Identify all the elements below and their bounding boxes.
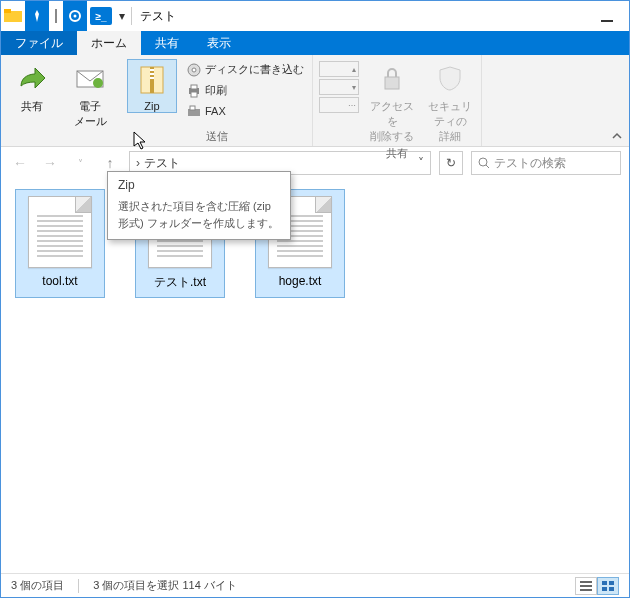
burn-disc-button[interactable]: ディスクに書き込む bbox=[185, 61, 306, 78]
separator bbox=[78, 579, 79, 593]
ribbon-group-share: 共有 電子 メール bbox=[1, 55, 121, 146]
back-button[interactable]: ← bbox=[9, 155, 31, 171]
svg-point-8 bbox=[93, 78, 103, 88]
share-gallery[interactable]: ▴ ▾ ⋯ bbox=[319, 59, 359, 115]
tab-share[interactable]: 共有 bbox=[141, 31, 193, 55]
search-placeholder: テストの検索 bbox=[494, 155, 566, 172]
svg-line-23 bbox=[486, 165, 489, 168]
svg-rect-6 bbox=[601, 20, 613, 22]
text-file-icon bbox=[28, 196, 92, 268]
svg-rect-20 bbox=[190, 106, 195, 110]
svg-point-5 bbox=[74, 15, 77, 18]
ribbon-tabs: ファイル ホーム 共有 表示 bbox=[1, 31, 629, 55]
share-label: 共有 bbox=[21, 99, 43, 114]
search-icon bbox=[478, 157, 490, 169]
remove-access-button[interactable]: アクセスを 削除する bbox=[367, 59, 417, 144]
svg-rect-1 bbox=[4, 9, 11, 13]
email-label: 電子 メール bbox=[74, 99, 107, 129]
svg-rect-11 bbox=[150, 69, 154, 71]
breadcrumb-icon: › bbox=[136, 156, 140, 170]
tab-view[interactable]: 表示 bbox=[193, 31, 245, 55]
svg-rect-13 bbox=[150, 77, 154, 79]
recent-dropdown[interactable]: ˅ bbox=[69, 158, 91, 169]
status-bar: 3 個の項目 3 個の項目を選択 114 バイト bbox=[1, 573, 629, 597]
pin-icon[interactable] bbox=[25, 1, 49, 31]
burn-label: ディスクに書き込む bbox=[205, 62, 304, 77]
share-button[interactable]: 共有 bbox=[7, 59, 57, 114]
minimize-button[interactable] bbox=[585, 1, 629, 31]
qat-split-icon[interactable] bbox=[49, 1, 63, 31]
svg-rect-25 bbox=[580, 585, 592, 587]
security-details-label: セキュリティの 詳細 bbox=[425, 99, 475, 144]
file-grid: tool.txt テスト.txt hoge.txt bbox=[15, 189, 615, 298]
zip-button[interactable]: Zip bbox=[127, 59, 177, 113]
shield-icon bbox=[434, 63, 466, 95]
ribbon-collapse-button[interactable] bbox=[611, 130, 623, 142]
security-details-button[interactable]: セキュリティの 詳細 bbox=[425, 59, 475, 144]
svg-rect-3 bbox=[55, 9, 57, 23]
disc-icon bbox=[187, 63, 201, 77]
file-name: テスト.txt bbox=[154, 274, 206, 291]
details-view-button[interactable] bbox=[575, 577, 597, 595]
file-name: hoge.txt bbox=[279, 274, 322, 288]
ribbon-group-share2: ▴ ▾ ⋯ アクセスを 削除する セキュリティの 詳細 共有 bbox=[313, 55, 482, 146]
window-title: テスト bbox=[140, 8, 176, 25]
printer-icon bbox=[187, 84, 201, 98]
powershell-icon[interactable]: ≥_ bbox=[87, 1, 115, 31]
zip-label: Zip bbox=[144, 100, 159, 112]
icons-view-button[interactable] bbox=[597, 577, 619, 595]
print-label: 印刷 bbox=[205, 83, 227, 98]
svg-rect-24 bbox=[580, 581, 592, 583]
zip-folder-icon bbox=[136, 64, 168, 96]
ribbon-group-send: Zip ディスクに書き込む 印刷 FAX 送信 bbox=[121, 55, 313, 146]
svg-rect-17 bbox=[191, 85, 197, 89]
view-mode-buttons bbox=[575, 577, 619, 595]
svg-rect-28 bbox=[609, 581, 614, 585]
quick-access-toolbar: ≥_ ▾ bbox=[1, 1, 134, 31]
svg-rect-27 bbox=[602, 581, 607, 585]
remove-access-label: アクセスを 削除する bbox=[367, 99, 417, 144]
email-button[interactable]: 電子 メール bbox=[65, 59, 115, 129]
lock-icon bbox=[376, 63, 408, 95]
title-bar: ≥_ ▾ テスト bbox=[1, 1, 629, 31]
up-button[interactable]: ↑ bbox=[99, 155, 121, 171]
envelope-icon bbox=[74, 63, 106, 95]
file-name: tool.txt bbox=[42, 274, 77, 288]
tooltip-body: 選択された項目を含む圧縮 (zip 形式) フォルダーを作成します。 bbox=[118, 198, 280, 231]
search-box[interactable]: テストの検索 bbox=[471, 151, 621, 175]
tab-home[interactable]: ホーム bbox=[77, 31, 141, 55]
file-list-area[interactable]: tool.txt テスト.txt hoge.txt bbox=[1, 179, 629, 573]
file-item[interactable]: tool.txt bbox=[15, 189, 105, 298]
group-send-label: 送信 bbox=[127, 129, 306, 144]
svg-rect-29 bbox=[602, 587, 607, 591]
breadcrumb[interactable]: テスト bbox=[144, 155, 180, 172]
fax-icon bbox=[187, 104, 201, 118]
tooltip-title: Zip bbox=[118, 178, 280, 192]
qat-dropdown-icon[interactable]: ▾ bbox=[115, 1, 129, 31]
svg-rect-12 bbox=[150, 73, 154, 75]
nav-row: ← → ˅ ↑ › テスト ˅ ↻ テストの検索 bbox=[1, 147, 629, 179]
fax-label: FAX bbox=[205, 105, 226, 117]
svg-rect-26 bbox=[580, 589, 592, 591]
forward-button[interactable]: → bbox=[39, 155, 61, 171]
svg-rect-18 bbox=[191, 92, 197, 97]
status-item-count: 3 個の項目 bbox=[11, 578, 64, 593]
tooltip: Zip 選択された項目を含む圧縮 (zip 形式) フォルダーを作成します。 bbox=[107, 171, 291, 240]
svg-rect-30 bbox=[609, 587, 614, 591]
tab-file[interactable]: ファイル bbox=[1, 31, 77, 55]
group-share-label: 共有 bbox=[319, 146, 475, 161]
svg-point-22 bbox=[479, 158, 487, 166]
folder-icon[interactable] bbox=[1, 1, 25, 31]
separator bbox=[131, 7, 132, 25]
fax-button[interactable]: FAX bbox=[185, 103, 306, 119]
svg-point-15 bbox=[192, 68, 196, 72]
gear-icon[interactable] bbox=[63, 1, 87, 31]
print-button[interactable]: 印刷 bbox=[185, 82, 306, 99]
status-selection: 3 個の項目を選択 114 バイト bbox=[93, 578, 237, 593]
ribbon: 共有 電子 メール Zip ディスクに書き込む bbox=[1, 55, 629, 147]
svg-rect-21 bbox=[385, 77, 399, 89]
share-arrow-icon bbox=[16, 63, 48, 95]
